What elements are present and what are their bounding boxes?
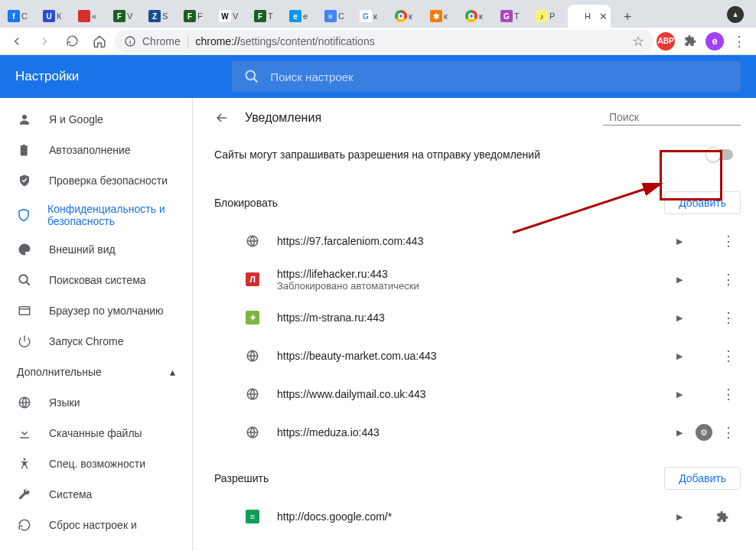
site-expand-icon[interactable]: ▶ <box>667 313 692 323</box>
browser-tab[interactable]: FF <box>181 5 214 28</box>
tabstrip-right-icon[interactable] <box>727 6 744 23</box>
sidebar-item-label: Запуск Chrome <box>49 335 123 347</box>
sidebar-item[interactable]: Сброс настроек и <box>0 510 192 540</box>
browser-tab[interactable]: к <box>392 5 425 28</box>
extension-adblock[interactable]: ABP <box>657 32 675 51</box>
download-icon <box>17 426 32 440</box>
browser-tab[interactable]: Н✕ <box>568 5 611 28</box>
notifications-toggle[interactable] <box>707 149 733 160</box>
profile-avatar[interactable]: е <box>705 32 724 51</box>
site-url: https://lifehacker.ru:443 <box>277 268 667 280</box>
site-favicon: ≡ <box>245 509 260 524</box>
accessibility-icon <box>17 457 32 471</box>
nav-home[interactable] <box>87 29 112 54</box>
sidebar-item[interactable]: Браузер по умолчанию <box>0 295 192 326</box>
site-url: https://97.farcaleniom.com:443 <box>277 235 667 247</box>
sidebar-item[interactable]: Внешний вид <box>0 234 192 265</box>
sidebar-item[interactable]: Конфиденциальность и безопасность <box>0 196 192 234</box>
site-row: https://www.dailymail.co.uk:443▶⋮ <box>214 375 741 413</box>
browser-tab[interactable]: GТ <box>497 5 531 28</box>
sidebar-item[interactable]: Проверка безопасности <box>0 165 192 196</box>
sidebar-item[interactable]: Запуск Chrome <box>0 326 192 357</box>
new-tab-button[interactable]: + <box>617 6 638 28</box>
palette-icon <box>17 243 32 256</box>
site-expand-icon[interactable]: ▶ <box>667 512 692 522</box>
site-menu-icon[interactable]: ⋮ <box>716 424 741 441</box>
browser-tab[interactable]: FV <box>110 5 144 28</box>
site-expand-icon[interactable]: ▶ <box>667 390 692 399</box>
site-expand-icon[interactable]: ▶ <box>667 236 692 246</box>
shield-check-icon <box>17 174 32 187</box>
content-search-input[interactable] <box>609 111 743 123</box>
site-menu-icon[interactable]: ⋮ <box>716 233 741 249</box>
site-menu-icon[interactable]: ⋮ <box>716 309 741 326</box>
site-url: http://docs.google.com/* <box>277 510 667 523</box>
sidebar-item[interactable]: Языки <box>0 387 192 418</box>
sidebar-item[interactable]: Система <box>0 479 192 510</box>
content-search[interactable] <box>603 111 741 126</box>
site-menu-icon[interactable]: ⋮ <box>716 347 741 364</box>
sidebar-expand[interactable]: Дополнительные▴ <box>0 357 192 387</box>
tab-close-icon[interactable]: ✕ <box>599 11 608 22</box>
site-url: https://meduza.io:443 <box>277 426 667 439</box>
site-expand-icon[interactable]: ▶ <box>667 351 692 361</box>
site-favicon: Л <box>245 272 260 287</box>
browser-tab[interactable]: UК <box>40 5 73 28</box>
wrench-icon <box>17 487 32 501</box>
settings-sidebar: Я и GoogleАвтозаполнениеПроверка безопас… <box>0 98 193 551</box>
site-url: https://beauty-market.com.ua:443 <box>277 350 667 362</box>
browser-toolbar: Chrome | chrome://settings/content/notif… <box>0 28 756 55</box>
search-icon <box>17 273 32 287</box>
cookie-icon[interactable]: ⚙ <box>696 424 712 441</box>
sidebar-item[interactable]: Спец. возможности <box>0 448 192 479</box>
extension-icon[interactable] <box>716 510 741 523</box>
site-expand-icon[interactable]: ▶ <box>667 275 692 285</box>
sidebar-item[interactable]: Я и Google <box>0 104 192 135</box>
nav-reload[interactable] <box>60 29 84 54</box>
site-row: ≡http://docs.google.com/*▶ <box>214 497 741 536</box>
site-url: https://www.dailymail.co.uk:443 <box>277 388 667 400</box>
nav-back[interactable] <box>5 29 29 54</box>
browser-tab[interactable]: « <box>75 5 109 28</box>
settings-search-input[interactable] <box>270 70 728 83</box>
site-menu-icon[interactable]: ⋮ <box>716 386 741 403</box>
bookmark-star-icon[interactable]: ☆ <box>632 33 644 50</box>
browser-tab[interactable]: к <box>462 5 496 28</box>
sidebar-item-label: Я и Google <box>49 113 103 126</box>
site-favicon <box>245 386 260 402</box>
sidebar-item[interactable]: Скачанные файлы <box>0 418 192 448</box>
browser-tab[interactable]: fС <box>5 5 38 28</box>
browser-tab[interactable]: Gк <box>357 5 390 28</box>
browser-tab[interactable]: eе <box>286 5 320 28</box>
site-row: https://meduza.io:443▶⚙⋮ <box>214 413 741 452</box>
add-allowed-button[interactable]: Добавить <box>664 467 741 490</box>
browser-tab[interactable]: ✱к <box>427 5 461 28</box>
restore-icon <box>17 518 32 532</box>
svg-point-2 <box>22 115 27 119</box>
sidebar-item-label: Автозаполнение <box>49 144 131 156</box>
site-row: https://97.farcaleniom.com:443▶⋮ <box>214 222 741 260</box>
extensions-puzzle-icon[interactable] <box>678 29 702 54</box>
address-bar[interactable]: Chrome | chrome://settings/content/notif… <box>115 30 653 53</box>
svg-rect-4 <box>19 307 30 315</box>
sidebar-item-label: Спец. возможности <box>49 458 145 470</box>
sidebar-item[interactable]: Поисковая система <box>0 265 192 295</box>
browser-tab[interactable]: FT <box>251 5 285 28</box>
browser-tab[interactable]: WV <box>216 5 249 28</box>
add-blocked-button[interactable]: Добавить <box>664 191 741 214</box>
browser-menu-icon[interactable]: ⋮ <box>727 29 751 54</box>
sidebar-item[interactable]: Автозаполнение <box>0 135 192 165</box>
site-expand-icon[interactable]: ▶ <box>667 428 692 438</box>
settings-search[interactable] <box>232 61 741 92</box>
browser-tab[interactable]: ZS <box>145 5 179 28</box>
site-favicon: ✦ <box>245 310 260 325</box>
chevron-up-icon: ▴ <box>170 366 175 378</box>
sidebar-item-label: Скачанные файлы <box>49 427 142 439</box>
browser-tab[interactable]: ♪P <box>533 5 566 28</box>
person-icon <box>17 112 32 126</box>
sidebar-item-label: Браузер по умолчанию <box>49 305 164 317</box>
site-menu-icon[interactable]: ⋮ <box>716 271 741 288</box>
browser-tab[interactable]: ≡C <box>321 5 355 28</box>
site-info-icon[interactable] <box>124 35 136 47</box>
back-arrow-icon[interactable] <box>214 110 230 126</box>
